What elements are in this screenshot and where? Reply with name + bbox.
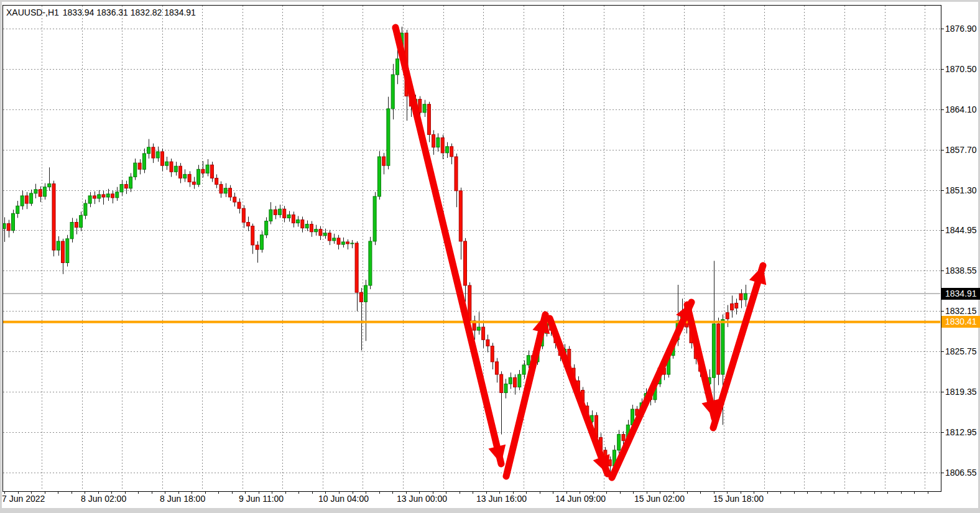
candle <box>373 192 376 245</box>
price-label: 1825.75 <box>945 346 977 356</box>
price-label: 1806.55 <box>945 468 977 478</box>
price-label: 1819.35 <box>945 387 977 397</box>
time-label: 14 Jun 09:00 <box>555 494 606 504</box>
time-label: 8 Jun 18:00 <box>160 494 205 504</box>
price-label: 1857.70 <box>945 145 977 155</box>
candle <box>52 181 55 257</box>
price-label: 1844.95 <box>945 225 977 235</box>
candle <box>66 235 69 267</box>
price-label: 1832.15 <box>945 306 977 316</box>
chart-title-ohlc: 1833.94 1836.31 1832.82 1834.91 <box>63 7 196 17</box>
time-label: 13 Jun 00:00 <box>397 494 447 504</box>
chart-window: XAUUSD-,H11833.94 1836.31 1832.82 1834.9… <box>0 0 980 513</box>
time-label: 8 Jun 02:00 <box>81 494 126 504</box>
time-label: 9 Jun 11:00 <box>239 494 284 504</box>
price-label: 1851.30 <box>945 185 977 195</box>
candle <box>12 210 15 233</box>
bid-price-box: 1834.91 <box>941 288 980 300</box>
time-label: 13 Jun 16:00 <box>476 494 527 504</box>
price-label: 1870.50 <box>945 64 977 74</box>
price-chart[interactable] <box>0 0 980 513</box>
time-label: 10 Jun 04:00 <box>318 494 369 504</box>
time-label: 15 Jun 02:00 <box>634 494 685 504</box>
candle <box>369 237 372 289</box>
price-label: 1864.10 <box>945 104 977 114</box>
hline-price-box: 1830.41 <box>941 316 980 328</box>
time-label: 15 Jun 18:00 <box>713 494 764 504</box>
price-label: 1838.55 <box>945 266 977 275</box>
chart-title: XAUUSD-,H11833.94 1836.31 1832.82 1834.9… <box>6 7 200 17</box>
price-label: 1812.95 <box>945 427 977 437</box>
candle <box>377 151 381 200</box>
time-label: 7 Jun 2022 <box>2 494 45 504</box>
chart-title-symbol: XAUUSD-,H1 <box>6 7 59 17</box>
price-label: 1876.90 <box>945 24 977 34</box>
